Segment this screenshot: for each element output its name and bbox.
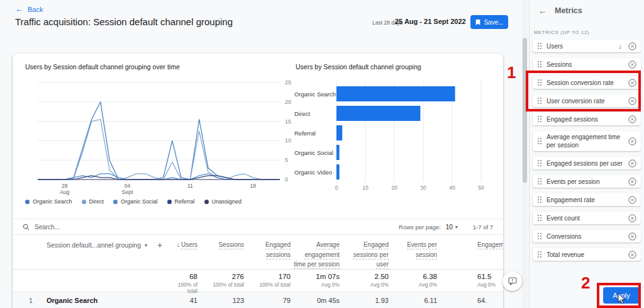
- page-title: Traffic acquisition: Session default cha…: [15, 16, 233, 27]
- metric-item-sessions[interactable]: Sessions: [533, 58, 641, 71]
- column-header-sessions[interactable]: Sessions: [200, 240, 247, 250]
- column-header-label: Events per session: [407, 241, 437, 258]
- drag-handle-icon[interactable]: [537, 214, 542, 222]
- legend-label: Referral: [175, 198, 195, 205]
- legend-item[interactable]: Direct: [82, 198, 104, 205]
- report-card: Users by Session default channel groupin…: [13, 54, 503, 308]
- legend-item[interactable]: Organic Search: [25, 198, 72, 205]
- metric-sort-icon: ↓: [619, 42, 623, 50]
- column-header-users[interactable]: ↓Users: [167, 240, 200, 250]
- pagination-status: 1-7 of 7: [473, 224, 493, 231]
- dimension-header-label: Session default...annel grouping: [47, 241, 141, 249]
- drag-handle-icon[interactable]: [537, 159, 542, 167]
- bar-chart-title: Users by Session default channel groupin…: [296, 63, 421, 71]
- search-icon: [23, 224, 30, 231]
- remove-metric-icon[interactable]: [628, 137, 636, 145]
- metric-item-label: Users: [547, 42, 614, 50]
- date-range-picker[interactable]: 25 Aug - 21 Sept 2022: [395, 18, 466, 25]
- remove-metric-icon[interactable]: [628, 178, 636, 186]
- save-button[interactable]: Save...: [470, 15, 508, 29]
- svg-text:Sept: Sept: [122, 189, 133, 195]
- metric-item-average-engagement-time-per-session[interactable]: Average engagement time per session: [533, 131, 641, 151]
- column-header-average-engagement-time-per-session[interactable]: Average engagement time per session: [293, 240, 342, 270]
- remove-metric-icon[interactable]: [628, 251, 636, 259]
- remove-metric-icon[interactable]: [628, 214, 636, 222]
- row-value: 79: [247, 297, 293, 304]
- legend-label: Organic Search: [33, 198, 72, 205]
- remove-metric-icon[interactable]: [628, 60, 636, 69]
- drag-handle-icon[interactable]: [537, 178, 542, 185]
- metric-item-session-conversion-rate[interactable]: Session conversion rate: [533, 76, 641, 89]
- metric-item-label: Sessions: [547, 60, 624, 69]
- remove-metric-icon[interactable]: [628, 159, 636, 168]
- svg-text:Organic Video: Organic Video: [294, 169, 332, 176]
- legend-label: Unassigned: [212, 198, 242, 205]
- drag-handle-icon[interactable]: [537, 196, 542, 203]
- metric-item-engagement-rate[interactable]: Engagement rate: [533, 193, 641, 206]
- svg-text:Organic Search: Organic Search: [294, 91, 336, 98]
- dimension-caret-icon: ▾: [145, 242, 147, 248]
- back-link[interactable]: ← Back: [15, 5, 43, 13]
- bookmark-icon: [475, 19, 481, 26]
- remove-metric-icon[interactable]: [628, 97, 636, 105]
- main-scrollbar[interactable]: [522, 0, 528, 308]
- metric-item-conversions[interactable]: Conversions: [533, 230, 641, 242]
- sort-desc-icon: ↓: [177, 241, 180, 248]
- column-header-engaged-sessions[interactable]: Engaged sessions: [247, 240, 293, 260]
- search-box[interactable]: [23, 224, 399, 231]
- legend-item[interactable]: Unassigned: [204, 198, 242, 205]
- dimension-header-dropdown[interactable]: Session default...annel grouping ▾ +: [40, 240, 167, 250]
- feedback-button[interactable]: [502, 271, 522, 291]
- bar-organic-search: [336, 86, 455, 101]
- drag-handle-icon[interactable]: [537, 79, 542, 86]
- column-header-engagement-rate[interactable]: Engagement rate: [440, 240, 503, 250]
- metric-item-events-per-session[interactable]: Events per session: [533, 175, 641, 188]
- totals-cell: 68100% of total: [167, 273, 200, 294]
- column-header-events-per-session[interactable]: Events per session: [391, 240, 440, 260]
- annotation-number-2: 2: [581, 273, 590, 293]
- drag-handle-icon[interactable]: [537, 115, 542, 123]
- row-value: 1.93: [342, 297, 391, 304]
- metric-item-user-conversion-rate[interactable]: User conversion rate: [533, 94, 641, 107]
- table-row[interactable]: 1Organic Search41123790m 45s1.936.1164.: [13, 292, 503, 308]
- metrics-list: Users↓SessionsSession conversion rateUse…: [530, 40, 644, 261]
- table-totals-row: 68100% of total276100% of total170100% o…: [13, 269, 503, 292]
- back-arrow-icon: ←: [15, 5, 23, 13]
- panel-back-arrow-icon[interactable]: ←: [538, 6, 547, 16]
- legend-dot-icon: [167, 200, 172, 204]
- legend-item[interactable]: Referral: [167, 198, 195, 205]
- metric-item-engaged-sessions[interactable]: Engaged sessions: [533, 113, 641, 125]
- drag-handle-icon[interactable]: [537, 97, 542, 105]
- column-header-engaged-sessions-per-user[interactable]: Engaged sessions per user: [342, 240, 391, 270]
- apply-button[interactable]: Apply: [603, 287, 640, 304]
- metric-item-engaged-sessions-per-user[interactable]: Engaged sessions per user: [533, 157, 641, 169]
- svg-text:50: 50: [478, 185, 484, 191]
- metrics-panel: ← Metrics METRICS (UP TO 12) Users↓Sessi…: [529, 0, 644, 308]
- remove-metric-icon[interactable]: [628, 232, 636, 241]
- add-dimension-icon[interactable]: +: [157, 240, 162, 250]
- remove-metric-icon[interactable]: [628, 42, 636, 50]
- metric-item-total-revenue[interactable]: Total revenue: [533, 248, 641, 261]
- svg-text:5: 5: [285, 157, 288, 163]
- metric-item-label: Total revenue: [547, 251, 624, 259]
- row-value: 0m 45s: [293, 297, 342, 304]
- drag-handle-icon[interactable]: [537, 232, 542, 240]
- drag-handle-icon[interactable]: [537, 137, 542, 145]
- remove-metric-icon[interactable]: [628, 196, 636, 204]
- rows-per-page-caret-icon[interactable]: ▾: [455, 224, 458, 230]
- row-value: 123: [200, 297, 247, 304]
- rows-per-page-value[interactable]: 10: [446, 224, 453, 231]
- metric-item-users[interactable]: Users↓: [533, 40, 641, 52]
- scrollbar-thumb[interactable]: [523, 38, 527, 183]
- drag-handle-icon[interactable]: [537, 60, 542, 68]
- remove-metric-icon[interactable]: [628, 79, 636, 87]
- remove-metric-icon[interactable]: [628, 115, 636, 123]
- svg-text:Referral: Referral: [294, 130, 316, 137]
- legend-item[interactable]: Organic Social: [113, 198, 158, 205]
- metric-item-event-count[interactable]: Event count: [533, 212, 641, 224]
- chart-legend: Organic SearchDirectOrganic SocialReferr…: [25, 198, 242, 205]
- drag-handle-icon[interactable]: [537, 251, 542, 258]
- search-input[interactable]: [35, 224, 160, 231]
- metric-item-label: Average engagement time per session: [547, 133, 624, 149]
- drag-handle-icon[interactable]: [537, 42, 542, 50]
